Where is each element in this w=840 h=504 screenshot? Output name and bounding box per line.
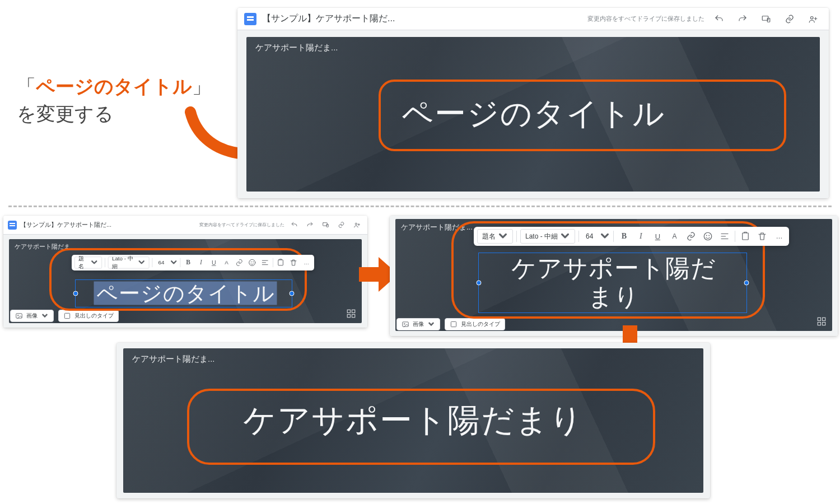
svg-point-23 <box>709 235 710 236</box>
svg-rect-17 <box>818 318 820 320</box>
svg-point-22 <box>707 235 707 236</box>
clear-format-button[interactable] <box>276 256 286 268</box>
hero-header[interactable]: ケアサポート陽だま... ページのタイトル <box>246 37 820 192</box>
svg-rect-18 <box>823 318 825 320</box>
site-name[interactable]: ケアサポート陽だま <box>15 242 70 251</box>
editor-panel-3: ケアサポート陽だま... ケアサポート陽だ まり 題名 Lato - 中細 64… <box>390 216 838 336</box>
underline-button[interactable]: U <box>651 229 664 244</box>
bold-button[interactable]: B <box>183 256 193 268</box>
resize-handle-right[interactable] <box>290 291 295 296</box>
document-title[interactable]: 【サンプル】ケアサポート陽だ... <box>20 221 111 229</box>
link-icon[interactable] <box>335 219 347 231</box>
share-icon[interactable] <box>351 219 363 231</box>
page-title-text[interactable]: ページのタイトル <box>94 279 277 308</box>
svg-rect-24 <box>743 233 749 240</box>
quote-close: 」 <box>192 76 211 97</box>
style-select[interactable]: 題名 <box>477 229 513 244</box>
font-size[interactable]: 64 <box>156 259 167 265</box>
italic-button[interactable]: I <box>196 256 206 268</box>
align-button[interactable] <box>260 256 270 268</box>
page-title-text[interactable]: ページのタイトル <box>402 93 665 136</box>
align-button[interactable] <box>718 229 731 244</box>
redo-icon[interactable] <box>304 219 316 231</box>
svg-point-15 <box>17 315 18 316</box>
emoji-button[interactable] <box>247 256 257 268</box>
text-format-toolbar: 題名 Lato - 中細 64 B I U A … <box>474 227 789 246</box>
svg-point-21 <box>704 232 712 240</box>
preview-icon[interactable] <box>757 10 775 28</box>
resize-handle-left[interactable] <box>73 291 78 296</box>
document-title[interactable]: 【サンプル】ケアサポート陽だ... <box>262 13 395 25</box>
svg-rect-7 <box>352 310 355 312</box>
site-name[interactable]: ケアサポート陽だま... <box>401 222 473 232</box>
font-select[interactable]: Lato - 中細 <box>520 229 575 244</box>
instruction-highlight: ページのタイトル <box>36 76 192 97</box>
site-name[interactable]: ケアサポート陽だま... <box>132 354 215 365</box>
svg-rect-19 <box>818 323 820 325</box>
canvas[interactable]: ケアサポート陽だま... ページのタイトル <box>237 30 829 198</box>
instruction-rest: を変更する <box>17 103 114 124</box>
page-title-text[interactable]: ケアサポート陽だまり <box>243 399 584 442</box>
underline-button[interactable]: U <box>209 256 219 268</box>
svg-rect-8 <box>347 315 350 318</box>
image-button[interactable]: 画像 <box>10 310 54 322</box>
insert-link-button[interactable] <box>234 256 244 268</box>
sites-logo-icon[interactable] <box>244 13 256 25</box>
delete-button[interactable] <box>755 229 769 244</box>
editor-panel-4: ケアサポート陽だま... ケアサポート陽だまり <box>116 343 710 498</box>
font-size[interactable]: 64 <box>582 232 596 240</box>
italic-button[interactable]: I <box>634 229 647 244</box>
quote-open: 「 <box>17 76 36 97</box>
topbar: 【サンプル】ケアサポート陽だ... 変更内容をすべてドライブに保存しました <box>3 216 367 235</box>
hero-header[interactable]: ケアサポート陽だま... ケアサポート陽だまり <box>123 348 703 493</box>
svg-point-10 <box>249 259 255 265</box>
svg-rect-6 <box>347 310 350 312</box>
clear-format-button[interactable] <box>739 229 752 244</box>
share-icon[interactable] <box>804 10 822 28</box>
undo-icon[interactable] <box>288 219 300 231</box>
divider <box>8 206 832 207</box>
section-settings-icon[interactable] <box>346 309 356 319</box>
text-color-button[interactable]: A <box>222 256 232 268</box>
heading-type-button[interactable]: 見出しのタイプ <box>445 318 505 330</box>
save-status: 変更内容をすべてドライブに保存しました <box>587 15 704 23</box>
svg-point-12 <box>253 262 254 262</box>
svg-rect-9 <box>352 315 355 318</box>
editor-panel-2: 【サンプル】ケアサポート陽だ... 変更内容をすべてドライブに保存しました ケア… <box>3 216 367 328</box>
preview-icon[interactable] <box>319 219 332 231</box>
sites-logo-icon[interactable] <box>8 221 17 230</box>
canvas[interactable]: ケアサポート陽だま... ケアサポート陽だ まり 題名 Lato - 中細 64… <box>390 216 838 336</box>
topbar: 【サンプル】ケアサポート陽だ... 変更内容をすべてドライブに保存しました <box>237 8 829 30</box>
section-bottom-bar: 画像 見出しのタイプ <box>10 310 119 322</box>
link-icon[interactable] <box>781 10 799 28</box>
svg-rect-16 <box>64 313 69 318</box>
undo-icon[interactable] <box>710 10 728 28</box>
text-color-button[interactable]: A <box>668 229 681 244</box>
section-settings-icon[interactable] <box>816 316 827 326</box>
title-line1: ケアサポート陽だ <box>511 254 716 282</box>
canvas[interactable]: ケアサポート陽だま ページのタイトル 題名 Lato - 中細 64 B I U… <box>3 235 367 328</box>
heading-type-button[interactable]: 見出しのタイプ <box>58 310 119 322</box>
insert-link-button[interactable] <box>684 229 698 244</box>
section-bottom-bar: 画像 見出しのタイプ <box>396 318 505 330</box>
save-status: 変更内容をすべてドライブに保存しました <box>199 222 284 228</box>
title-line2: まり <box>588 283 640 310</box>
svg-point-11 <box>251 262 251 262</box>
bold-button[interactable]: B <box>617 229 631 244</box>
more-button[interactable]: … <box>301 256 311 268</box>
delete-button[interactable] <box>288 256 298 268</box>
editor-panel-1: 【サンプル】ケアサポート陽だ... 変更内容をすべてドライブに保存しました ケア… <box>237 8 829 198</box>
svg-point-26 <box>404 324 405 325</box>
more-button[interactable]: … <box>772 229 786 244</box>
site-name[interactable]: ケアサポート陽だま... <box>255 43 338 53</box>
image-button[interactable]: 画像 <box>396 318 440 330</box>
svg-rect-13 <box>278 260 283 265</box>
redo-icon[interactable] <box>734 10 752 28</box>
svg-rect-20 <box>823 323 825 325</box>
font-select[interactable]: Lato - 中細 <box>108 256 150 268</box>
selected-text: ページのタイトル <box>94 282 277 305</box>
page-title-text[interactable]: ケアサポート陽だ まり <box>428 254 800 311</box>
svg-point-2 <box>811 16 814 19</box>
style-select[interactable]: 題名 <box>74 256 102 268</box>
emoji-button[interactable] <box>701 229 715 244</box>
